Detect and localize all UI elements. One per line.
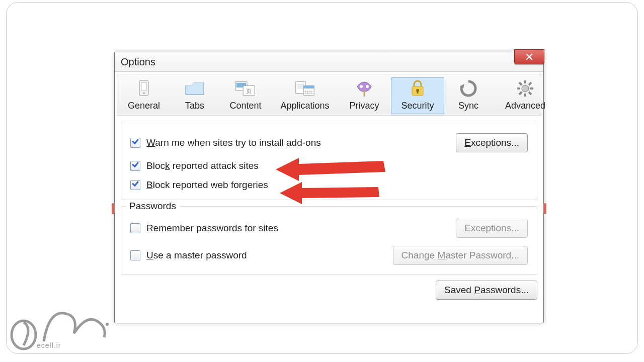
tab-applications[interactable]: Applications <box>272 77 338 114</box>
change-master-password-button: Change Master Password... <box>393 246 528 265</box>
tab-tabs[interactable]: Tabs <box>171 77 219 114</box>
svg-rect-24 <box>417 90 419 94</box>
warn-addons-checkbox[interactable] <box>130 138 140 148</box>
svg-line-31 <box>519 82 522 85</box>
addon-security-group: Warn me when sites try to install add-on… <box>121 121 537 200</box>
saved-passwords-row: Saved Passwords... <box>121 281 537 300</box>
scroll-indicator-left <box>112 203 115 214</box>
tab-tabs-label: Tabs <box>174 101 216 111</box>
svg-line-34 <box>519 92 522 95</box>
svg-point-19 <box>360 85 363 88</box>
privacy-icon <box>353 79 375 98</box>
warn-addons-row: Warn me when sites try to install add-on… <box>130 133 528 152</box>
passwords-group: Passwords Remember passwords for sites E… <box>121 206 537 275</box>
page-card: Options General <box>6 2 638 354</box>
close-icon <box>525 53 533 61</box>
category-toolbar: General Tabs 页 <box>117 74 541 116</box>
tab-security-label: Security <box>394 101 441 111</box>
block-attack-label: Block reported attack sites <box>146 160 259 171</box>
close-button[interactable] <box>514 49 544 64</box>
block-attack-checkbox[interactable] <box>130 161 140 171</box>
applications-icon <box>294 79 316 98</box>
sync-icon <box>457 79 479 98</box>
block-forgery-label: Block reported web forgeries <box>146 179 268 191</box>
tabs-icon <box>184 79 206 98</box>
general-icon <box>133 79 155 98</box>
remember-passwords-checkbox[interactable] <box>130 223 140 233</box>
titlebar: Options <box>115 52 543 72</box>
security-icon <box>407 79 429 98</box>
svg-point-20 <box>366 85 369 88</box>
block-attack-row: Block reported attack sites <box>130 160 528 171</box>
tab-privacy-label: Privacy <box>341 101 388 111</box>
tab-privacy[interactable]: Privacy <box>338 77 391 114</box>
addon-exceptions-button[interactable]: Exceptions... <box>456 133 528 152</box>
tab-sync-label: Sync <box>447 101 490 111</box>
options-dialog: Options General <box>114 52 544 323</box>
advanced-icon <box>514 79 536 98</box>
remember-passwords-row: Remember passwords for sites Exceptions.… <box>130 219 528 238</box>
master-password-label: Use a master password <box>146 250 247 261</box>
svg-point-38 <box>106 323 109 326</box>
tab-advanced[interactable]: Advanced <box>493 77 558 114</box>
window-title: Options <box>121 56 155 67</box>
svg-line-32 <box>529 92 531 95</box>
warn-addons-label: Warn me when sites try to install add-on… <box>146 137 321 148</box>
tab-sync[interactable]: Sync <box>444 77 493 114</box>
svg-point-26 <box>522 85 529 92</box>
tab-security[interactable]: Security <box>391 77 444 114</box>
svg-line-33 <box>529 82 531 85</box>
master-password-row: Use a master password Change Master Pass… <box>130 246 528 265</box>
passwords-exceptions-button: Exceptions... <box>456 219 528 238</box>
svg-rect-12 <box>303 85 314 88</box>
master-password-checkbox[interactable] <box>130 250 140 260</box>
scroll-indicator-right <box>543 203 546 214</box>
security-panel: Warn me when sites try to install add-on… <box>121 121 537 275</box>
saved-passwords-button[interactable]: Saved Passwords... <box>436 281 537 300</box>
tab-content[interactable]: 页 Content <box>219 77 272 114</box>
content-icon: 页 <box>234 79 257 98</box>
passwords-group-label: Passwords <box>126 201 179 212</box>
svg-point-2 <box>143 92 145 94</box>
tab-advanced-label: Advanced <box>496 101 555 111</box>
remember-passwords-label: Remember passwords for sites <box>146 223 278 234</box>
block-forgery-checkbox[interactable] <box>130 180 140 190</box>
svg-rect-1 <box>141 82 146 90</box>
watermark-logo: ecell.ir <box>9 307 114 352</box>
tab-applications-label: Applications <box>275 101 335 111</box>
watermark-text: ecell.ir <box>37 341 61 349</box>
tab-general[interactable]: General <box>117 77 171 114</box>
tab-general-label: General <box>120 101 168 111</box>
tab-content-label: Content <box>222 101 269 111</box>
block-forgery-row: Block reported web forgeries <box>130 179 528 191</box>
svg-text:页: 页 <box>246 88 252 94</box>
